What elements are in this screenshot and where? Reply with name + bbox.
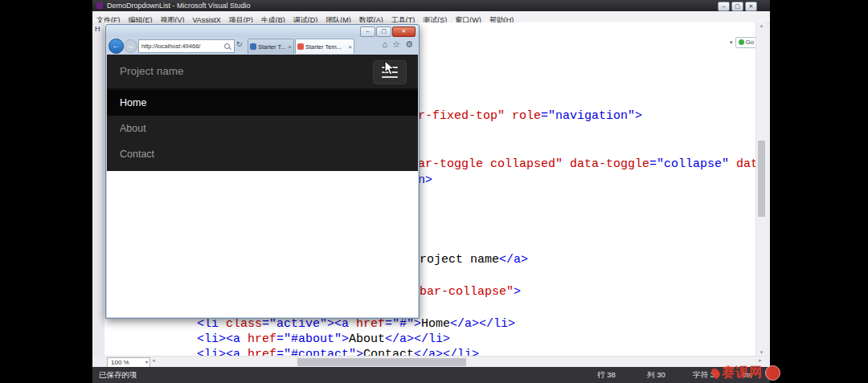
code-line: <li><a href="#about">About</a></li>: [197, 333, 450, 346]
vs-titlebar[interactable]: DemoDropdownList - Microsoft Visual Stud…: [92, 0, 770, 11]
refresh-icon[interactable]: ↻: [236, 40, 243, 48]
screenshot-stage: DemoDropdownList - Microsoft Visual Stud…: [0, 0, 868, 383]
page-nav-item-contact[interactable]: Contact: [107, 141, 418, 167]
editor-left-margin: [92, 22, 104, 356]
tab-label: Starter T...: [258, 43, 286, 51]
code-line: r-fixed-top" role="navigation">: [418, 110, 642, 123]
tab-close-icon[interactable]: ×: [348, 43, 352, 51]
code-line: <li><a href="#contact">Contact</a></li>: [197, 348, 479, 356]
watermark-text: 赛课网: [722, 365, 763, 381]
scroll-up-icon[interactable]: ▲: [756, 23, 767, 28]
chevron-down-icon[interactable]: ▾: [145, 358, 148, 367]
status-column-number: 列 30: [647, 367, 665, 383]
watermark: 赛课网: [712, 363, 780, 382]
address-url[interactable]: http://localhost:49466/: [139, 43, 224, 50]
vertical-scrollbar[interactable]: ▲ ▼: [755, 22, 767, 356]
code-line: vbar-collapse">: [412, 286, 521, 299]
page-brand-link[interactable]: Project name: [120, 55, 184, 88]
status-bar: 已保存的项 行 38 列 30 字符 30 Ins: [92, 367, 770, 383]
close-icon[interactable]: ✕: [745, 2, 757, 11]
page-nav-item-about[interactable]: About: [107, 116, 418, 141]
browser-titlebar[interactable]: – ▢ ✕: [106, 25, 419, 37]
vs-window-title: DemoDropdownList - Microsoft Visual Stud…: [107, 0, 250, 11]
browser-toolbar-icons: ⌂ ☆ ⚙: [383, 39, 413, 50]
scroll-down-icon[interactable]: ▼: [756, 350, 767, 355]
browser-viewport: Project name HomeAboutContact: [107, 55, 418, 317]
go-button[interactable]: Go: [735, 37, 758, 48]
flame-icon: [710, 366, 722, 379]
page-nav-list: HomeAboutContact: [107, 90, 418, 167]
go-label: Go: [746, 39, 755, 46]
status-line-number: 行 38: [597, 367, 616, 383]
code-line: <li class="active"><a href="#">Home</a><…: [197, 318, 515, 331]
tab-close-icon[interactable]: ×: [288, 43, 292, 51]
minimize-icon[interactable]: –: [718, 2, 730, 11]
minimize-icon[interactable]: –: [360, 26, 375, 37]
vs-logo-icon: [96, 2, 103, 9]
page-navbar: Project name: [107, 55, 418, 88]
tab-label: Starter Tem...: [305, 43, 346, 51]
close-icon[interactable]: ✕: [392, 26, 416, 37]
browser-window: – ▢ ✕ ← → http://localhost:49466/ ↻ Star…: [105, 24, 420, 319]
go-chip[interactable]: ▾ Go: [730, 37, 757, 47]
code-line: ar-toggle collapsed" data-toggle="collap…: [418, 158, 755, 171]
tab-favicon-icon: [297, 43, 304, 50]
vs-window-controls: – ▢ ✕: [718, 2, 757, 11]
tab-favicon-icon: [250, 43, 256, 50]
browser-tab[interactable]: Starter T...×: [248, 39, 294, 54]
browser-window-controls: – ▢ ✕: [360, 26, 416, 37]
search-icon[interactable]: [224, 43, 230, 49]
browser-tab[interactable]: Starter Tem...×: [295, 39, 354, 54]
document-tab-peek[interactable]: H: [95, 25, 100, 33]
forward-icon[interactable]: →: [124, 39, 137, 53]
chevron-down-icon[interactable]: ▾: [730, 39, 733, 46]
home-icon[interactable]: ⌂: [383, 39, 388, 50]
maximize-icon[interactable]: ▢: [376, 26, 391, 37]
watermark-badge-icon: [765, 365, 780, 381]
navbar-collapse-bottom: [107, 167, 418, 171]
go-status-icon: [739, 39, 744, 45]
vertical-scrollbar-thumb[interactable]: [758, 141, 765, 217]
vs-menubar: 文件(F)编辑(E)视图(V)VAssistX项目(P)生成(B)调试(D)团队…: [92, 11, 770, 23]
code-line: Project name</a>: [412, 254, 528, 267]
horizontal-scrollbar-thumb[interactable]: [297, 358, 466, 366]
star-icon[interactable]: ☆: [392, 39, 400, 50]
address-bar[interactable]: http://localhost:49466/: [138, 39, 235, 53]
mouse-cursor: [384, 60, 395, 76]
maximize-icon[interactable]: ▢: [731, 2, 743, 11]
browser-tabs: Starter T...×Starter Tem...×: [248, 39, 354, 54]
back-icon[interactable]: ←: [108, 39, 124, 54]
status-message: 已保存的项: [99, 367, 137, 383]
scroll-left-icon[interactable]: ◄: [151, 358, 156, 363]
browser-navigation-bar: ← → http://localhost:49466/ ↻ Starter T.…: [106, 37, 419, 55]
zoom-level: 100 %: [111, 359, 129, 366]
code-line: n>: [418, 174, 432, 187]
horizontal-scrollbar[interactable]: 100 % ▾ ◄ ►: [104, 356, 766, 368]
page-nav-item-home[interactable]: Home: [107, 90, 418, 116]
gear-icon[interactable]: ⚙: [405, 39, 413, 50]
